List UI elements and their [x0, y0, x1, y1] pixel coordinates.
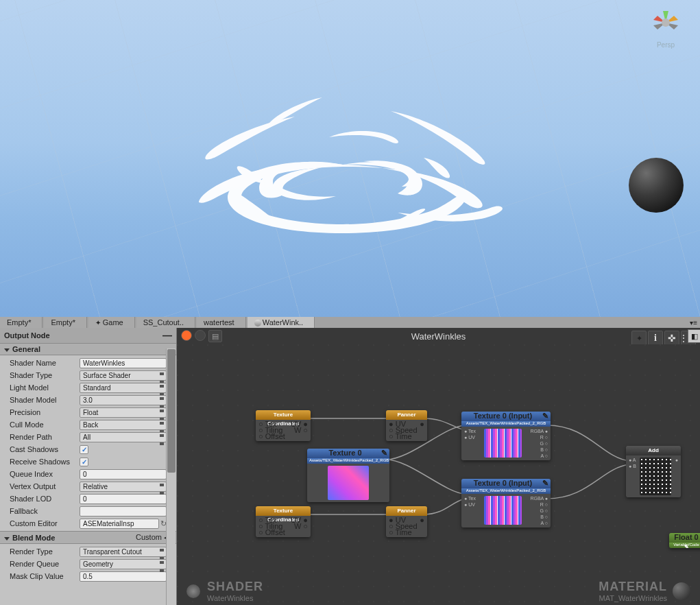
node-add[interactable]: Add ● A● B ●	[626, 446, 681, 497]
node-texcoord-1[interactable]: Texture Coordinates ○ TexUV ●○ TilingW ○…	[256, 410, 311, 441]
inspector-title: Output Node —	[0, 328, 176, 343]
scene-view[interactable]: Persp	[0, 0, 700, 317]
tab-overflow-button[interactable]: ▾≡	[690, 319, 697, 327]
prop-render-queue: Render QueueGeometry	[10, 558, 176, 570]
live-record-on-button[interactable]	[181, 330, 192, 341]
tab-waterwinkles[interactable]: WaterWink..	[248, 317, 315, 328]
material-heading: MATERIAL	[599, 580, 667, 594]
clear-icon: ▤	[212, 332, 219, 341]
shader-name-footer: WaterWinkles	[207, 594, 263, 602]
tab-bar: Empty* Empty* ✦ Game SS_Cutout.. waterte…	[0, 317, 700, 328]
tab-empty-2[interactable]: Empty*	[44, 317, 86, 328]
node-sample-1[interactable]: Texture 0 (Input) ✎ Assets/TEX_WaterWrin…	[461, 412, 551, 460]
prop-vertex-output: Vertex OutputRelative	[10, 480, 176, 493]
minimize-icon[interactable]: —	[162, 330, 172, 341]
node-texcoord-2[interactable]: Texture Coordinates ○ TexUV ●○ TilingW ○…	[256, 506, 311, 537]
svg-point-5	[662, 19, 670, 27]
inspector-scrollbar[interactable]	[166, 348, 176, 605]
prop-shader-type: Shader TypeSurface Shader	[10, 369, 176, 381]
prop-cull-mode: Cull ModeBack	[10, 418, 176, 431]
scene-gizmo[interactable]: Persp	[645, 5, 686, 54]
focus-button[interactable]: ✜	[664, 331, 679, 346]
prop-shader-lod: Shader LOD0	[10, 493, 176, 505]
node-panner-1[interactable]: Panner ● UV●○ Speed○ Time	[386, 410, 427, 441]
node-canvas[interactable]: Texture Coordinates ○ TexUV ●○ TilingW ○…	[177, 344, 700, 605]
prop-custom-editor: Custom EditorASEMaterialInsp↻	[10, 517, 176, 530]
prop-shader-model: Shader Model3.0	[10, 394, 176, 406]
prop-light-model: Light ModelStandard	[10, 381, 176, 394]
node-editor[interactable]: ▤ WaterWinkles ✦ i ✜ ⋮⋮ ◧	[177, 328, 700, 605]
help-button[interactable]: ✦	[631, 331, 647, 346]
prop-shader-name: Shader NameWaterWinkles	[10, 357, 176, 369]
prop-mask-clip: Mask Clip Value0.5	[10, 570, 176, 582]
tab-empty-1[interactable]: Empty*	[0, 317, 43, 328]
node-sample-2[interactable]: Texture 0 (Input) ✎ Assets/TEX_WaterWrin…	[461, 479, 551, 527]
prop-fallback: Fallback	[10, 505, 176, 517]
node-texture-0[interactable]: Texture 0 ✎ Assets/TEX_WaterWrinklesPack…	[307, 449, 389, 502]
projection-label[interactable]: Persp	[645, 41, 686, 49]
tab-game[interactable]: ✦ Game	[88, 317, 135, 328]
node-panner-2[interactable]: Panner ● UV●○ Speed○ Time	[386, 506, 427, 537]
prop-receive-shadows: Receive Shadows✓	[10, 455, 176, 468]
scene-sphere[interactable]	[629, 158, 684, 213]
tab-ss-cutout[interactable]: SS_Cutout..	[136, 317, 195, 328]
prop-queue-index: Queue Index0	[10, 468, 176, 480]
scene-swirl-effect	[151, 55, 535, 274]
editor-title: WaterWinkles	[411, 331, 466, 342]
inspector-panel: Output Node — General Shader NameWaterWi…	[0, 328, 177, 605]
node-editor-toolbar: ▤ WaterWinkles	[177, 328, 700, 345]
info-button[interactable]: i	[648, 331, 663, 346]
section-blend-mode[interactable]: Blend Mode Custom ◂▸	[0, 531, 176, 544]
prop-render-path: Render PathAll	[10, 431, 176, 443]
shader-icon-small	[186, 584, 200, 598]
help-icon: ✦	[636, 334, 642, 343]
node-float-0[interactable]: Float 0 ✎ Variable/Code	[669, 533, 700, 548]
material-name-footer: MAT_WaterWrinkles	[599, 594, 667, 602]
shader-icon	[254, 320, 261, 327]
prop-precision: PrecisionFloat	[10, 406, 176, 418]
tab-watertest[interactable]: watertest	[197, 317, 246, 328]
material-preview-ball[interactable]	[673, 582, 690, 600]
live-record-off-button[interactable]	[195, 330, 206, 341]
prop-cast-shadows: Cast Shadows✓	[10, 443, 176, 455]
section-general[interactable]: General	[0, 343, 176, 355]
editor-footer: SHADER WaterWinkles MATERIAL MAT_WaterWr…	[186, 580, 690, 602]
sidebar-toggle[interactable]: ◧	[688, 329, 700, 343]
prop-render-type: Render TypeTransparent Cutout	[10, 545, 176, 558]
clear-button[interactable]: ▤	[208, 330, 222, 342]
shader-heading: SHADER	[207, 580, 263, 594]
